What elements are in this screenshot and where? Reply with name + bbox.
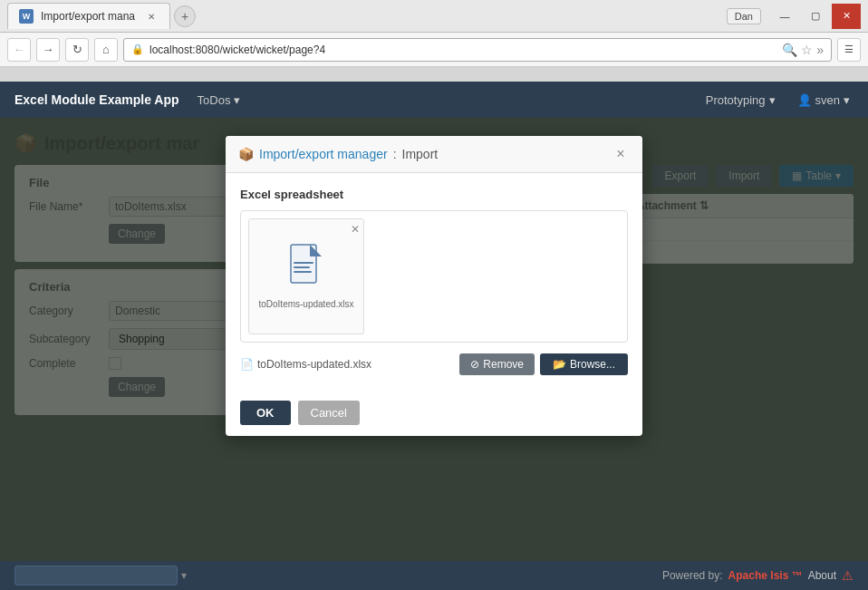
modal-overlay: 📦 Import/export manager : Import × Excel… <box>0 118 868 561</box>
tab-favicon: W <box>19 9 34 24</box>
search-icon[interactable]: 🔍 <box>782 43 797 57</box>
remove-icon: ⊘ <box>470 358 479 371</box>
browser-tab[interactable]: W Import/export mana ✕ <box>7 3 170 29</box>
close-button[interactable]: ✕ <box>832 4 861 29</box>
cancel-button[interactable]: Cancel <box>298 401 360 425</box>
powered-by-label: Powered by: <box>662 569 723 582</box>
svg-rect-2 <box>294 266 310 268</box>
address-text: localhost:8080/wicket/wicket/page?4 <box>149 44 776 56</box>
nav-todos[interactable]: ToDos ▾ <box>194 93 245 107</box>
remove-button[interactable]: ⊘ Remove <box>459 353 535 375</box>
browse-button[interactable]: 📂 Browse... <box>540 353 628 375</box>
modal-header: 📦 Import/export manager : Import × <box>226 136 642 173</box>
warning-icon: ⚠ <box>842 568 854 583</box>
import-modal: 📦 Import/export manager : Import × Excel… <box>226 136 642 436</box>
app-footer: ▾ Powered by: Apache Isis ™ About ⚠ <box>0 561 868 590</box>
app-title: Excel Module Example App <box>14 92 179 107</box>
nav-user[interactable]: 👤 sven ▾ <box>794 93 854 107</box>
footer-search-input[interactable] <box>14 566 178 585</box>
file-type-icon <box>290 244 323 292</box>
footer-dropdown-icon[interactable]: ▾ <box>181 569 187 582</box>
extend-icon[interactable]: » <box>816 43 824 57</box>
home-button[interactable]: ⌂ <box>94 38 118 62</box>
file-current: 📄 toDoItems-updated.xlsx <box>240 358 371 371</box>
brand-label: Apache Isis ™ <box>728 569 803 582</box>
modal-section-label: Excel spreadsheet <box>240 188 628 201</box>
file-current-icon: 📄 <box>240 358 254 371</box>
app-main: 📦 Import/export mar File File Name* Chan… <box>0 118 868 561</box>
minimize-button[interactable]: — <box>770 4 799 29</box>
address-bar[interactable]: 🔒 localhost:8080/wicket/wicket/page?4 🔍 … <box>123 38 832 62</box>
menu-button[interactable]: ☰ <box>837 38 861 62</box>
user-indicator: Dan <box>727 8 761 24</box>
modal-body: Excel spreadsheet ✕ <box>226 173 642 390</box>
tab-close-btn[interactable]: ✕ <box>144 9 159 24</box>
ok-button[interactable]: OK <box>240 401 291 425</box>
about-link[interactable]: About <box>808 569 836 582</box>
file-actions: 📄 toDoItems-updated.xlsx ⊘ Remove 📂 Brow… <box>240 353 628 375</box>
svg-rect-1 <box>294 262 313 264</box>
new-tab-button[interactable]: + <box>174 5 196 27</box>
maximize-button[interactable]: ▢ <box>801 4 830 29</box>
file-thumbnail: ✕ toDoItems-updated.xlsx <box>248 218 364 334</box>
back-button[interactable]: ← <box>7 38 31 62</box>
modal-close-button[interactable]: × <box>612 145 630 163</box>
tab-title: Import/export mana <box>41 10 135 23</box>
modal-box-icon: 📦 <box>238 147 254 161</box>
bookmark-icon[interactable]: ☆ <box>801 43 813 57</box>
modal-title: 📦 Import/export manager : Import <box>238 147 438 161</box>
app-header: Excel Module Example App ToDos ▾ Prototy… <box>0 82 868 118</box>
forward-button[interactable]: → <box>36 38 60 62</box>
address-lock-icon: 🔒 <box>131 44 144 55</box>
file-thumb-close-btn[interactable]: ✕ <box>351 223 360 236</box>
reload-button[interactable]: ↻ <box>65 38 89 62</box>
file-thumb-name: toDoItems-updated.xlsx <box>255 299 357 309</box>
browse-icon: 📂 <box>553 358 566 371</box>
file-upload-area: ✕ toDoItems-updated.xlsx <box>240 210 628 343</box>
modal-footer: OK Cancel <box>226 390 642 436</box>
svg-rect-3 <box>294 271 312 273</box>
nav-prototyping[interactable]: Prototyping ▾ <box>702 93 779 107</box>
